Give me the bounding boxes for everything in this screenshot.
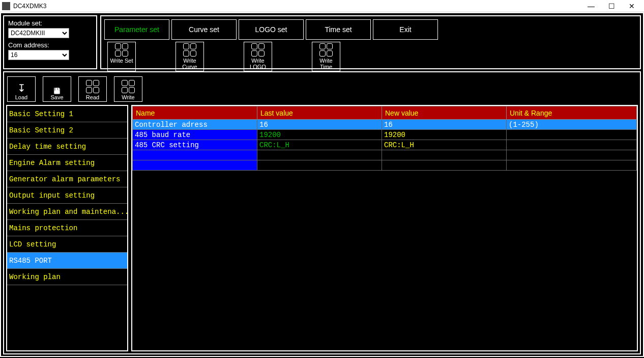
sidebar-item[interactable]: Basic Setting 1 [7,106,127,122]
sidebar-item[interactable]: Generator alarm parameters [7,171,127,187]
tab-exit[interactable]: Exit [373,19,438,40]
table-row[interactable]: 485 CRC settingCRC:L_HCRC:L_H [133,140,637,150]
sidebar-item[interactable]: Basic Setting 2 [7,122,127,139]
write-curve-label: Write Curve [182,58,197,70]
cell[interactable]: 485 baud rate [133,130,257,140]
window-title: DC4XDMK3 [13,3,581,10]
module-panel: Module set: DC42DMKIII Com address: 16 [3,15,97,69]
save-button[interactable]: Save [43,76,71,102]
write-time-label: Write Time [319,58,332,70]
sidebar-item[interactable]: Engine Alarm setting [7,155,127,171]
tab-time-set[interactable]: Time set [306,19,371,40]
load-icon [17,82,26,94]
cell[interactable] [507,150,637,160]
module-set-label: Module set: [8,19,92,27]
com-address-select[interactable]: 16 [8,50,69,60]
col-name: Name [133,106,257,120]
cell[interactable] [382,160,507,171]
sidebar-item[interactable]: Working plan [7,269,127,285]
grid-icon [122,80,135,93]
close-button[interactable]: ✕ [622,0,642,12]
write-set-button[interactable]: Write Set [107,42,136,71]
cell[interactable]: CRC:L_H [382,140,507,150]
maximize-button[interactable]: ☐ [601,0,622,12]
write-logo-label: Write LOGO [250,58,266,70]
cell[interactable]: Controller adress [133,120,257,130]
tab-logo-set[interactable]: LOGO set [239,19,304,40]
grid-icon [86,80,99,93]
toolbar-panel: Parameter set Curve set LOGO set Time se… [100,15,641,69]
sidebar-item[interactable]: Working plan and maintena... [7,204,127,220]
table-row[interactable] [133,150,637,160]
read-button[interactable]: Read [78,76,107,102]
save-label: Save [50,94,63,100]
tab-parameter-set[interactable]: Parameter set [104,19,169,40]
write-curve-button[interactable]: Write Curve [175,42,204,71]
write-set-label: Write Set [110,58,133,64]
write-button[interactable]: Write [114,76,142,102]
parameter-table-area: Name Last value New value Unit & Range C… [131,105,638,351]
cell[interactable] [133,160,257,171]
com-address-label: Com address: [8,41,92,49]
cell[interactable] [507,130,637,140]
cell[interactable] [257,160,382,171]
read-label: Read [86,94,99,100]
table-row[interactable]: 485 baud rate1920019200 [133,130,637,140]
settings-sidebar: Basic Setting 1Basic Setting 2Delay time… [6,105,128,351]
cell[interactable] [507,160,637,171]
cell[interactable]: 16 [257,120,382,130]
write-time-button[interactable]: Write Time [312,42,340,71]
col-new: New value [382,106,507,120]
cell[interactable]: 485 CRC setting [133,140,257,150]
window-titlebar: DC4XDMK3 — ☐ ✕ [0,0,644,12]
write-label: Write [122,94,134,100]
parameter-table: Name Last value New value Unit & Range C… [132,106,637,171]
module-set-select[interactable]: DC42DMKIII [8,28,69,38]
sidebar-item[interactable]: LCD setting [7,236,127,253]
col-unit: Unit & Range [507,106,637,120]
app-icon [2,2,10,10]
grid-icon [109,43,134,57]
save-icon [53,88,61,94]
minimize-button[interactable]: — [581,0,601,12]
grid-icon [245,43,271,57]
write-logo-button[interactable]: Write LOGO [244,42,272,71]
table-row[interactable]: Controller adress1616(1-255) [133,120,637,130]
cell[interactable]: 19200 [257,130,382,140]
table-row[interactable] [133,160,637,171]
cell[interactable] [382,150,507,160]
cell[interactable]: 16 [382,120,507,130]
cell[interactable]: (1-255) [507,120,637,130]
grid-icon [177,43,202,57]
col-last: Last value [257,106,382,120]
sidebar-item[interactable]: Delay time setting [7,139,127,155]
sidebar-item[interactable]: RS485 PORT [7,253,127,269]
cell[interactable] [257,150,382,160]
tab-curve-set[interactable]: Curve set [171,19,237,40]
cell[interactable] [133,150,257,160]
grid-icon [313,43,339,57]
load-button[interactable]: Load [7,76,36,102]
cell[interactable]: 19200 [382,130,507,140]
load-label: Load [15,94,27,100]
sidebar-item[interactable]: Output input setting [7,187,127,204]
cell[interactable]: CRC:L_H [257,140,382,150]
cell[interactable] [507,140,637,150]
sidebar-item[interactable]: Mains protection [7,220,127,236]
